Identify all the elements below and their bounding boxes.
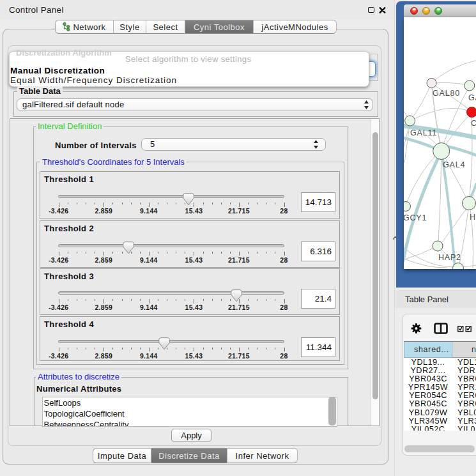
svg-text:GCY1: GCY1 xyxy=(404,213,427,222)
svg-text:HAP2: HAP2 xyxy=(438,253,461,262)
svg-text:HB...: HB... xyxy=(470,213,476,222)
svg-text:C...: C... xyxy=(471,119,476,128)
svg-text:GAL...: GAL... xyxy=(468,93,476,102)
svg-text:GAL80: GAL80 xyxy=(433,89,460,98)
svg-text:GAL11: GAL11 xyxy=(410,128,437,137)
svg-text:GAL4: GAL4 xyxy=(443,160,465,169)
